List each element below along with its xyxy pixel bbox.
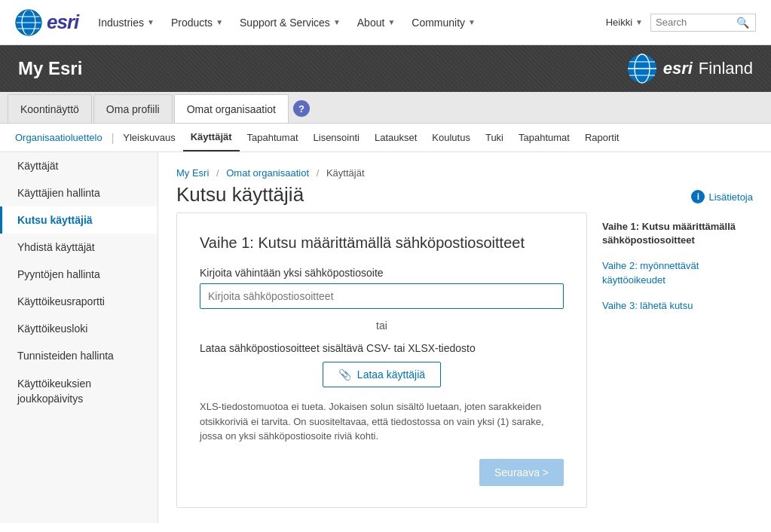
more-info-link[interactable]: i Lisätietoja	[691, 190, 753, 203]
sec-nav-licensing[interactable]: Lisensointi	[306, 124, 367, 151]
sec-nav-support[interactable]: Tuki	[478, 124, 511, 151]
steps-panel: Vaihe 1: Kutsu määrittämällä sähköpostio…	[602, 212, 753, 508]
breadcrumb-sep2: /	[317, 167, 320, 179]
chevron-down-icon: ▼	[468, 18, 476, 26]
breadcrumb-omat-org[interactable]: Omat organisaatiot	[226, 167, 309, 179]
sidebar-item-manage-users[interactable]: Käyttäjien hallinta	[0, 179, 158, 206]
chevron-down-icon: ▼	[387, 18, 395, 26]
nav-links: Industries ▼ Products ▼ Support & Servic…	[90, 11, 605, 35]
sec-nav-reports[interactable]: Raportit	[577, 124, 627, 151]
upload-button[interactable]: 📎 Lataa käyttäjiä	[323, 362, 441, 387]
search-input[interactable]	[656, 17, 735, 28]
user-label: Heikki	[606, 17, 632, 28]
logo-area: esri	[15, 9, 78, 36]
esri-finland-logo: esri Finland	[627, 54, 753, 84]
chevron-down-icon: ▼	[147, 18, 155, 26]
user-chevron-icon: ▼	[635, 18, 643, 26]
sidebar-item-invite-users[interactable]: Kutsu käyttäjiä	[0, 206, 158, 234]
sidebar-item-bulk-update[interactable]: Käyttöikeuksien joukkopäivitys	[0, 369, 158, 414]
tab-organisations[interactable]: Omat organisaatiot	[174, 94, 289, 123]
field-label: Kirjoita vähintään yksi sähköpostiosoite	[200, 267, 564, 279]
step-link-1: Vaihe 1: Kutsu määrittämällä sähköpostio…	[602, 220, 753, 247]
breadcrumb: My Esri / Omat organisaatiot / Käyttäjät	[176, 167, 365, 179]
sec-nav-training[interactable]: Koulutus	[424, 124, 478, 151]
step-link-3[interactable]: Vaihe 3: lähetä kutsu	[602, 299, 753, 313]
nav-item-products[interactable]: Products ▼	[164, 11, 231, 35]
upload-btn-label: Lataa käyttäjiä	[357, 368, 425, 381]
secondary-nav: Organisaatioluettelo | Yleiskuvaus Käytt…	[0, 124, 771, 152]
nav-item-about[interactable]: About ▼	[350, 11, 403, 35]
org-list-link[interactable]: Organisaatioluettelo	[8, 124, 110, 151]
my-esri-title: My Esri	[18, 58, 82, 79]
sec-nav-events2[interactable]: Tapahtumat	[511, 124, 577, 151]
step-link-2[interactable]: Vaihe 2: myönnettävät käyttöoikeudet	[602, 259, 753, 286]
nav-item-community[interactable]: Community ▼	[404, 11, 483, 35]
nav-divider: |	[110, 132, 116, 144]
step-card-title: Vaihe 1: Kutsu määrittämällä sähköpostio…	[200, 234, 564, 252]
sec-nav-events1[interactable]: Tapahtumat	[240, 124, 306, 151]
main-layout: Käyttäjät Käyttäjien hallinta Kutsu käyt…	[0, 152, 771, 523]
esri-globe-icon	[15, 9, 42, 36]
chevron-down-icon: ▼	[216, 18, 223, 26]
sidebar-item-license-log[interactable]: Käyttöikeusloki	[0, 315, 158, 342]
sidebar-item-merge-users[interactable]: Yhdistä käyttäjät	[0, 234, 158, 261]
content-area: My Esri / Omat organisaatiot / Käyttäjät…	[158, 152, 771, 523]
nav-item-support[interactable]: Support & Services ▼	[232, 11, 348, 35]
tab-dashboard[interactable]: Koontinäyttö	[8, 94, 92, 123]
breadcrumb-my-esri[interactable]: My Esri	[176, 167, 209, 179]
esri-finland-text: esri	[663, 59, 693, 78]
logo-text: esri	[47, 11, 78, 34]
upload-btn-area: 📎 Lataa käyttäjiä	[200, 362, 564, 387]
breadcrumb-kayttajat: Käyttäjät	[326, 167, 365, 179]
note-text: XLS-tiedostomuotoa ei tueta. Jokaisen so…	[200, 399, 564, 444]
breadcrumb-sep1: /	[216, 167, 219, 179]
search-button[interactable]: 🔍	[735, 17, 751, 29]
email-input[interactable]	[200, 283, 564, 309]
nav-item-industries[interactable]: Industries ▼	[90, 11, 162, 35]
sidebar-item-manage-ids[interactable]: Tunnisteiden hallinta	[0, 342, 158, 369]
next-button[interactable]: Seuraava >	[479, 459, 564, 486]
help-button[interactable]: ?	[293, 100, 310, 117]
sec-nav-downloads[interactable]: Lataukset	[367, 124, 424, 151]
more-info-label: Lisätietoja	[708, 191, 753, 203]
sec-nav-overview[interactable]: Yleiskuvaus	[115, 124, 182, 151]
step-card: Vaihe 1: Kutsu määrittämällä sähköpostio…	[176, 212, 587, 508]
search-box: 🔍	[650, 14, 756, 32]
user-area[interactable]: Heikki ▼	[606, 17, 643, 28]
esri-finland-globe-icon	[627, 54, 657, 84]
sidebar-item-license-report[interactable]: Käyttöikeusraportti	[0, 288, 158, 315]
tab-profile[interactable]: Oma profiili	[93, 94, 173, 123]
chevron-down-icon: ▼	[333, 18, 341, 26]
paperclip-icon: 📎	[338, 368, 351, 381]
page-title: Kutsu käyttäjiä	[176, 183, 365, 206]
or-divider: tai	[200, 309, 564, 342]
tab-bar: Koontinäyttö Oma profiili Omat organisaa…	[0, 92, 771, 124]
sidebar-item-manage-requests[interactable]: Pyyntöjen hallinta	[0, 261, 158, 288]
my-esri-bar: My Esri esri Finland	[0, 45, 771, 92]
top-nav: esri Industries ▼ Products ▼ Support & S…	[0, 0, 771, 45]
info-icon: i	[691, 190, 705, 203]
esri-finland-country: Finland	[699, 59, 753, 78]
sidebar: Käyttäjät Käyttäjien hallinta Kutsu käyt…	[0, 152, 158, 523]
upload-label: Lataa sähköpostiosoitteet sisältävä CSV-…	[200, 342, 564, 354]
sec-nav-users[interactable]: Käyttäjät	[183, 124, 240, 151]
sidebar-item-users[interactable]: Käyttäjät	[0, 152, 158, 179]
